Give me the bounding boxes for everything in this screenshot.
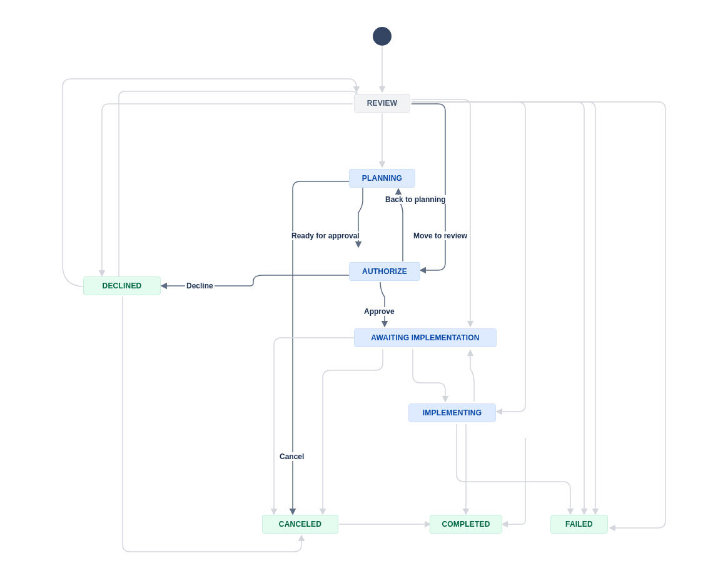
edge-label-move-to-review: Move to review: [412, 231, 468, 240]
state-authorize[interactable]: AUTHORIZE: [349, 262, 420, 281]
state-label: REVIEW: [367, 99, 398, 108]
edge-label-ready-for-approval: Ready for approval: [290, 231, 361, 240]
state-label: AWAITING IMPLEMENTATION: [371, 333, 479, 342]
state-label: PLANNING: [362, 174, 402, 183]
start-node: [373, 27, 392, 46]
state-failed[interactable]: FAILED: [550, 515, 608, 534]
state-review[interactable]: REVIEW: [354, 94, 410, 113]
edge-label-approve: Approve: [363, 307, 396, 316]
state-canceled[interactable]: CANCELED: [262, 515, 338, 534]
edge-label-back-to-planning: Back to planning: [384, 195, 447, 204]
state-label: AUTHORIZE: [362, 267, 407, 276]
state-planning[interactable]: PLANNING: [349, 169, 415, 188]
state-label: CANCELED: [279, 520, 321, 529]
state-label: IMPLEMENTING: [423, 408, 482, 417]
state-label: COMPLETED: [442, 520, 490, 529]
edge-label-cancel: Cancel: [278, 452, 305, 461]
state-label: FAILED: [565, 520, 593, 529]
edge-label-decline: Decline: [185, 281, 215, 290]
state-awaiting-implementation[interactable]: AWAITING IMPLEMENTATION: [354, 328, 497, 347]
state-label: DECLINED: [103, 281, 142, 290]
state-declined[interactable]: DECLINED: [83, 276, 161, 295]
state-implementing[interactable]: IMPLEMENTING: [408, 403, 496, 422]
state-completed[interactable]: COMPLETED: [430, 515, 502, 534]
